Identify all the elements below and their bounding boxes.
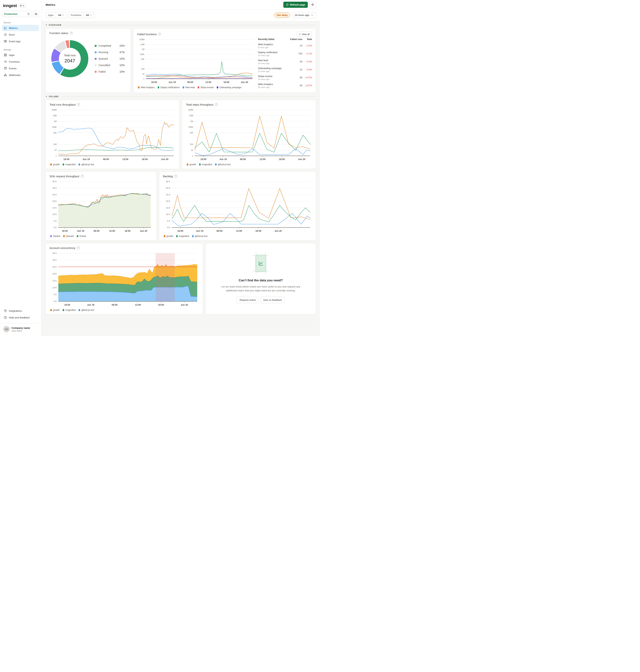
environment-select[interactable]: Production [2, 11, 32, 17]
legend-label: github-pr-bot [81, 163, 94, 166]
svg-text:30 K: 30 K [53, 187, 57, 189]
legend-label: inngestbot [202, 163, 212, 166]
chart-legend-item[interactable]: growth [50, 309, 60, 311]
help-circle-icon[interactable]: ? [174, 175, 177, 178]
svg-text:10: 10 [142, 73, 144, 75]
sidebar-item-help[interactable]: ? Help and feedback [2, 314, 39, 320]
refresh-page-button[interactable]: Refresh page [283, 2, 308, 8]
chart-legend-item[interactable]: Queued [63, 235, 74, 238]
total-steps-chart[interactable]: 100M10M1M100K10K10010118:00Jun 1906:0012… [186, 108, 312, 162]
recently-failed-row[interactable]: New lead 20 mins ago 40 0.3% [258, 58, 312, 66]
svg-text:18:00: 18:00 [279, 158, 285, 161]
sdk-request-chart[interactable]: 35 K30 K25 K20 K15 K10 K5 K0 K18:00Jun 1… [49, 180, 152, 234]
settings-button[interactable]: ⚙ [309, 1, 316, 8]
sidebar-item-metrics[interactable]: Metrics [2, 25, 39, 31]
failed-functions-chart[interactable]: 100M10M1M100K10K10010118:00Jun 1906:0012… [137, 38, 254, 85]
chart-legend-item[interactable]: Web Analytics [138, 86, 155, 89]
help-circle-icon[interactable]: ? [77, 103, 80, 106]
legend-label: growth [53, 309, 60, 311]
env-filter-button[interactable] [33, 11, 39, 17]
chart-legend-item[interactable]: growth [187, 163, 196, 166]
request-charts-card: Can’t find the data you need? Let our te… [206, 243, 316, 315]
refresh-icon [286, 3, 289, 6]
chart-legend-item[interactable]: Ended [77, 235, 86, 238]
function-status-legend-item[interactable]: Queued 15% [94, 57, 125, 60]
sidebar-item-events[interactable]: Events [2, 65, 39, 71]
svg-text:20 K: 20 K [53, 200, 57, 202]
sidebar-item-runs[interactable]: Runs [2, 31, 39, 38]
donut-center-value: 2047 [64, 58, 75, 64]
backlog-chart[interactable]: 35 K30 K25 K20 K15 K10 K5 K0 K18:00Jun 1… [163, 180, 312, 234]
sidebar-item-apps[interactable]: Apps [2, 52, 39, 58]
legend-dot-icon [78, 309, 80, 311]
function-status-legend: Completed 24% Running 47% Queued 15% Can… [94, 44, 126, 73]
user-name: User name [12, 330, 30, 332]
content: ▼ OVERVIEW Function status ? Total runs … [42, 21, 320, 336]
apps-icon [4, 53, 7, 57]
chart-legend-item[interactable]: inngestbot [62, 309, 75, 311]
svg-text:18:00: 18:00 [177, 230, 183, 232]
svg-text:18:00: 18:00 [142, 158, 148, 161]
time-range-select[interactable]: 24 hours ago [292, 12, 316, 18]
help-circle-icon[interactable]: ? [158, 33, 161, 36]
svg-text:10K: 10K [189, 132, 193, 134]
chart-legend-item[interactable]: Stripe invoice [198, 86, 214, 89]
recently-failed-row[interactable]: Stripe invoice 25 mins ago 60 0.07% [258, 73, 312, 82]
failed-fn-name: Onboarding campaign [258, 67, 289, 70]
view-all-button[interactable]: ↗ View all [296, 31, 312, 37]
svg-text:Jun 19: Jun 19 [219, 158, 227, 161]
sidebar-item-integrations[interactable]: Integrations [2, 308, 39, 314]
recently-failed-row[interactable]: Web Analytics 35 mins ago 50 1.67% [258, 82, 312, 89]
chart-legend-item[interactable]: github-pr-bot [192, 235, 207, 238]
sidebar-item-webhooks[interactable]: Webhooks [2, 72, 39, 78]
legend-label: Stripe invoice [200, 86, 214, 89]
sidebar-item-event-logs[interactable]: Event logs [2, 38, 39, 44]
chart-legend-item[interactable]: growth [50, 163, 60, 166]
chart-legend-item[interactable]: github-pr-bot [78, 309, 94, 311]
sidebar-item-functions[interactable]: Functions [2, 59, 39, 65]
overview-section-header[interactable]: ▼ OVERVIEW [46, 24, 316, 26]
chart-legend-item[interactable]: github-pr-bot [78, 163, 94, 166]
volume-section-header[interactable]: ▼ VOLUME [46, 96, 316, 98]
svg-text:Jun 19: Jun 19 [87, 304, 94, 306]
failed-fn-rate: 0.07% [302, 76, 312, 79]
recently-failed-row[interactable]: Web Analytics 5 mins ago 10 0.5% [258, 42, 312, 49]
function-status-donut[interactable]: Total runs 2047 [51, 40, 88, 77]
svg-text:Jun 19: Jun 19 [169, 81, 176, 84]
function-status-legend-item[interactable]: Failed 10% [94, 70, 125, 73]
account-concurrency-chart[interactable]: 35 K30 K25 K20 K15 K10 K5 K0 K18:00Jun 1… [49, 251, 199, 308]
chart-legend-item[interactable]: New lead [183, 86, 195, 89]
function-status-legend-item[interactable]: Cancelled 10% [94, 64, 125, 67]
command-k-shortcut[interactable]: ⌘ K [18, 4, 26, 8]
legend-label: Queued [66, 235, 74, 238]
chart-legend-item[interactable]: inngestbot [62, 163, 75, 166]
chart-legend-item[interactable]: github-pr-bot [215, 163, 230, 166]
help-circle-icon[interactable]: ? [215, 103, 218, 106]
apps-filter[interactable]: Apps All [46, 12, 67, 18]
recently-failed-row[interactable]: Onboarding campaign 22 mins ago 10 0.5% [258, 66, 312, 73]
legend-label: inngestbot [179, 235, 189, 238]
chart-placeholder-icon [255, 255, 266, 272]
help-circle-icon[interactable]: ? [70, 32, 73, 34]
chevron-down-icon [62, 14, 64, 16]
chart-legend-item[interactable]: inngestbot [199, 163, 212, 166]
account-menu[interactable]: CN Company name User name [2, 325, 39, 333]
chart-legend-item[interactable]: Started [50, 235, 60, 238]
function-status-legend-item[interactable]: Completed 24% [94, 44, 125, 47]
give-feedback-button[interactable]: Give us feedback [260, 297, 285, 303]
functions-filter[interactable]: Functions All [68, 12, 94, 18]
help-circle-icon[interactable]: ? [81, 175, 84, 178]
svg-text:Jun 20: Jun 20 [298, 158, 305, 161]
chart-legend-item[interactable]: Deploy notifications [158, 86, 180, 89]
function-status-legend-item[interactable]: Running 47% [94, 51, 125, 54]
svg-text:18:00: 18:00 [158, 304, 164, 306]
total-runs-chart[interactable]: 100M10M1M100K10K10010118:00Jun 1906:0012… [49, 108, 176, 162]
chart-legend-item[interactable]: growth [164, 235, 173, 238]
recently-failed-row[interactable]: Deploy notification 10 mins ago 700 0.1% [258, 49, 312, 58]
request-charts-button[interactable]: Request charts [237, 297, 259, 303]
chart-legend-item[interactable]: Onboarding campaign [217, 86, 241, 89]
failed-fn-time: 22 mins ago [258, 70, 289, 72]
chart-legend-item[interactable]: inngestbot [176, 235, 189, 238]
help-circle-icon[interactable]: ? [77, 246, 80, 249]
total-runs-chart-legend: growth inngestbot github-pr-bot [49, 163, 176, 166]
